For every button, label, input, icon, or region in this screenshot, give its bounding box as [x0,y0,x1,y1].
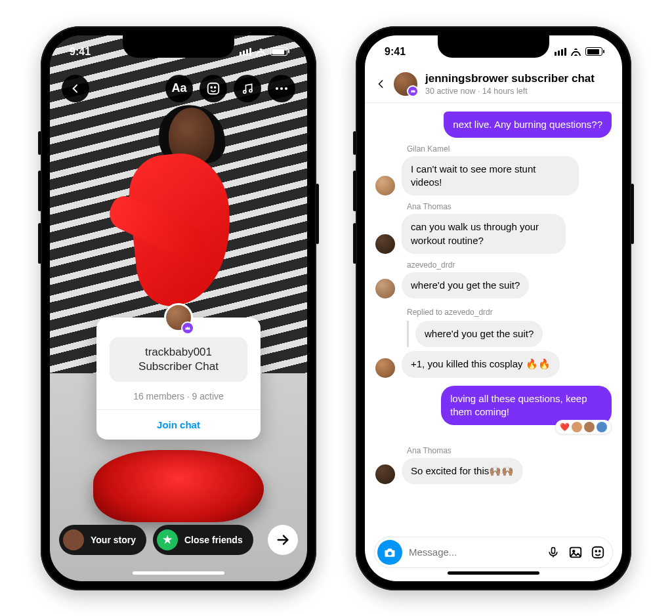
chat-title: jenningsbrower subscriber chat [425,72,595,85]
svg-rect-10 [552,547,555,553]
svg-point-9 [388,551,392,555]
message-incoming[interactable]: I can't wait to see more stunt videos! [402,156,579,196]
sender-label: Ana Thomas [407,202,612,211]
send-story-button[interactable] [268,525,298,555]
avatar[interactable] [375,176,395,195]
message-incoming[interactable]: where'd you get the suit? [402,272,529,298]
crown-badge-icon [407,85,419,97]
svg-rect-13 [593,546,604,558]
svg-point-5 [276,87,278,90]
your-story-label: Your story [91,535,136,545]
status-time: 9:41 [70,46,91,58]
message-outgoing[interactable]: loving all these questions, keep them co… [441,386,612,426]
text-tool-label: Aa [171,81,186,95]
your-story-chip[interactable]: Your story [59,525,146,555]
music-tool-button[interactable] [234,75,261,102]
text-tool-button[interactable]: Aa [165,75,193,102]
wifi-icon [255,47,266,56]
phone-chat: 9:41 jenningsbrower subscriber chat 30 a… [356,26,631,590]
message-composer [374,537,613,568]
card-subtitle: 16 members · 9 active [96,382,261,409]
svg-point-4 [249,89,252,92]
home-indicator[interactable] [448,571,539,575]
message-outgoing[interactable]: next live. Any burning questions?? [444,112,612,138]
gallery-icon[interactable] [568,544,583,560]
crown-badge-icon [181,321,194,335]
svg-rect-0 [208,83,219,94]
svg-point-7 [285,87,287,90]
sticker-tool-button[interactable] [200,75,227,102]
avatar[interactable] [375,464,395,484]
mic-icon[interactable] [545,544,561,560]
more-tools-button[interactable] [268,75,295,102]
message-incoming[interactable]: +1, you killed this cosplay 🔥🔥 [402,351,560,377]
camera-button[interactable] [377,540,402,565]
signal-icon [240,48,251,56]
card-title: trackbaby001 Subscriber Chat [110,337,247,382]
close-friends-label: Close friends [184,535,243,545]
svg-point-3 [243,90,246,92]
svg-point-15 [599,550,600,552]
notch [123,35,234,58]
star-icon: ★ [157,529,178,550]
notch [438,35,549,58]
message-incoming[interactable]: can you walk us through your workout rou… [402,214,566,254]
svg-point-6 [280,87,283,90]
reactions[interactable]: ❤️ [555,420,612,434]
chat-subtitle: 30 active now · 14 hours left [425,87,595,96]
message-input[interactable] [409,546,539,558]
battery-icon [270,47,287,56]
sender-label: azevedo_drdr [407,260,612,270]
svg-point-12 [573,550,575,552]
reply-label: Replied to azevedo_drdr [407,308,612,317]
home-indicator[interactable] [133,571,224,575]
join-chat-button[interactable]: Join chat [96,410,261,440]
card-title-line1: trackbaby001 [120,345,237,359]
sticker-icon[interactable] [590,544,606,560]
close-friends-chip[interactable]: ★ Close friends [153,525,253,555]
reply-quote[interactable]: where'd you get the suit? [415,321,543,347]
avatar[interactable] [375,279,395,298]
avatar[interactable] [375,234,395,254]
status-time: 9:41 [385,46,406,58]
chat-avatar[interactable] [394,72,417,96]
wifi-icon [570,47,581,56]
chat-header: jenningsbrower subscriber chat 30 active… [365,68,622,103]
battery-icon [585,47,602,56]
signal-icon [555,48,566,56]
message-incoming[interactable]: So excited for this🙌🏽🙌🏽 [402,458,523,484]
sender-label: Ana Thomas [407,446,612,455]
heart-icon: ❤️ [560,422,570,432]
back-button[interactable] [377,77,386,91]
svg-point-1 [211,87,212,88]
avatar-small [63,529,84,550]
avatar[interactable] [375,358,395,378]
svg-point-2 [215,87,216,88]
phone-story-editor: 9:41 Aa [41,26,316,590]
sender-label: Gilan Kamel [407,144,612,154]
subscriber-chat-card[interactable]: trackbaby001 Subscriber Chat 16 members … [96,318,261,440]
back-button[interactable] [62,75,89,102]
chat-messages[interactable]: next live. Any burning questions?? Gilan… [365,108,622,531]
card-title-line2: Subscriber Chat [120,359,237,374]
svg-point-14 [595,550,597,552]
